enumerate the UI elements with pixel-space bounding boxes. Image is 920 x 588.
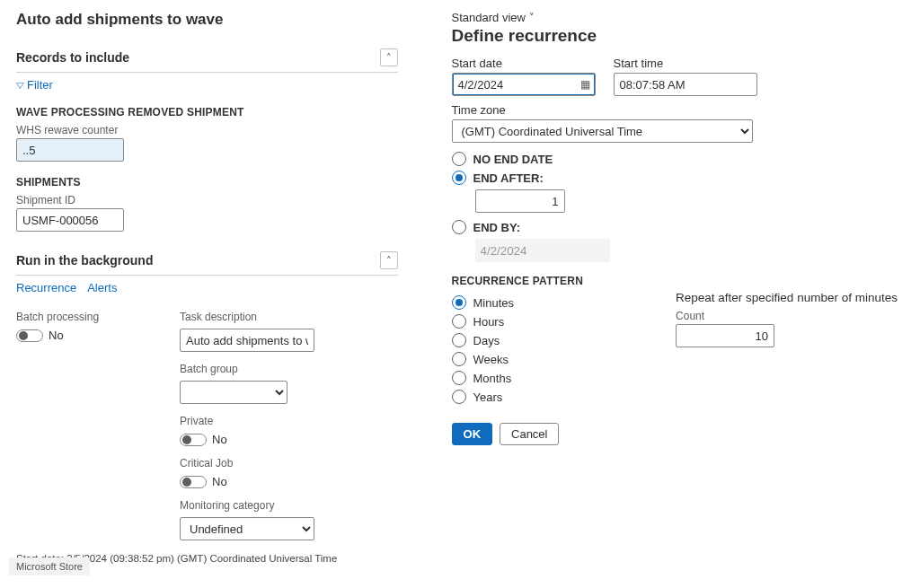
rewave-counter-input[interactable] <box>16 138 124 162</box>
monitoring-select[interactable]: Undefined <box>180 517 314 540</box>
repeat-hint: Repeat after specified number of minutes <box>676 291 898 304</box>
batch-group-label: Batch group <box>180 363 314 375</box>
shipment-id-input[interactable] <box>16 208 124 232</box>
end-after-count-input[interactable] <box>475 189 565 213</box>
batch-processing-label: Batch processing <box>16 311 151 323</box>
pattern-days-label: Days <box>473 334 500 347</box>
records-to-include-section[interactable]: Records to include ˄ <box>16 43 398 73</box>
pattern-days-option[interactable]: Days <box>452 333 515 347</box>
no-end-date-option[interactable]: NO END DATE <box>452 152 904 166</box>
pattern-weeks-label: Weeks <box>473 353 509 366</box>
alerts-tab[interactable]: Alerts <box>87 281 117 294</box>
filter-link[interactable]: Filter <box>16 78 53 92</box>
radio-icon <box>452 152 466 166</box>
critical-label: Critical Job <box>180 457 314 470</box>
start-time-label: Start time <box>614 57 757 70</box>
cancel-button[interactable]: Cancel <box>500 423 559 445</box>
ok-button[interactable]: OK <box>452 423 493 445</box>
radio-icon <box>452 314 466 329</box>
pattern-hours-option[interactable]: Hours <box>452 314 515 329</box>
private-value: No <box>212 433 227 446</box>
batch-group-select[interactable] <box>180 381 288 404</box>
end-after-label: END AFTER: <box>473 171 544 185</box>
critical-value: No <box>212 475 227 488</box>
view-label: Standard view <box>452 11 526 24</box>
no-end-date-label: NO END DATE <box>473 153 553 166</box>
shipments-header: SHIPMENTS <box>16 176 398 189</box>
batch-processing-toggle[interactable]: No <box>16 329 151 342</box>
end-by-date-input <box>475 239 610 262</box>
radio-icon <box>452 220 466 234</box>
radio-icon <box>452 295 466 310</box>
task-desc-label: Task description <box>180 311 314 323</box>
define-recurrence-panel: Standard view ˅ Define recurrence Start … <box>452 11 904 588</box>
pattern-years-option[interactable]: Years <box>452 390 515 404</box>
wave-removed-header: WAVE PROCESSING REMOVED SHIPMENT <box>16 106 398 118</box>
private-toggle[interactable]: No <box>180 433 314 446</box>
time-zone-label: Time zone <box>452 103 904 117</box>
microsoft-store-badge: Microsoft Store <box>9 557 90 575</box>
recurrence-pattern-header: RECURRENCE PATTERN <box>452 275 904 287</box>
private-label: Private <box>180 415 314 427</box>
start-date-label: Start date <box>452 57 596 70</box>
time-zone-select[interactable]: (GMT) Coordinated Universal Time <box>452 119 753 143</box>
pattern-weeks-option[interactable]: Weeks <box>452 352 515 366</box>
start-date-input[interactable] <box>452 73 596 96</box>
critical-toggle[interactable]: No <box>180 475 314 488</box>
funnel-icon <box>16 78 27 92</box>
page-title: Auto add shipments to wave <box>16 11 398 29</box>
end-by-label: END BY: <box>473 221 520 234</box>
shipment-id-label: Shipment ID <box>16 194 398 206</box>
rewave-counter-label: WHS rewave counter <box>16 124 398 136</box>
end-after-option[interactable]: END AFTER: <box>452 171 904 185</box>
pattern-months-label: Months <box>473 372 512 385</box>
radio-icon <box>452 171 466 185</box>
pattern-minutes-label: Minutes <box>473 296 515 310</box>
task-desc-input[interactable] <box>180 329 314 352</box>
radio-icon <box>452 390 466 404</box>
pattern-hours-label: Hours <box>473 315 505 329</box>
count-input[interactable] <box>676 324 774 347</box>
recurrence-heading: Define recurrence <box>452 26 904 46</box>
chevron-up-icon[interactable]: ˄ <box>380 48 398 66</box>
radio-icon <box>452 333 466 347</box>
chevron-down-icon: ˅ <box>529 12 535 23</box>
pattern-minutes-option[interactable]: Minutes <box>452 295 515 310</box>
count-label: Count <box>676 310 898 322</box>
batch-processing-value: No <box>49 329 64 342</box>
recurrence-tab[interactable]: Recurrence <box>16 281 76 294</box>
monitoring-label: Monitoring category <box>180 499 314 512</box>
run-background-section[interactable]: Run in the background ˄ <box>16 246 398 276</box>
chevron-up-icon[interactable]: ˄ <box>380 251 398 269</box>
filter-link-label: Filter <box>27 78 53 92</box>
auto-add-shipments-panel: Auto add shipments to wave Records to in… <box>16 11 398 588</box>
pattern-months-option[interactable]: Months <box>452 371 515 385</box>
radio-icon <box>452 352 466 366</box>
run-background-label: Run in the background <box>16 253 153 268</box>
start-time-input[interactable] <box>614 73 757 96</box>
records-to-include-label: Records to include <box>16 50 129 65</box>
radio-icon <box>452 371 466 385</box>
view-switcher[interactable]: Standard view ˅ <box>452 11 904 24</box>
pattern-years-label: Years <box>473 391 503 404</box>
end-by-option[interactable]: END BY: <box>452 220 904 234</box>
